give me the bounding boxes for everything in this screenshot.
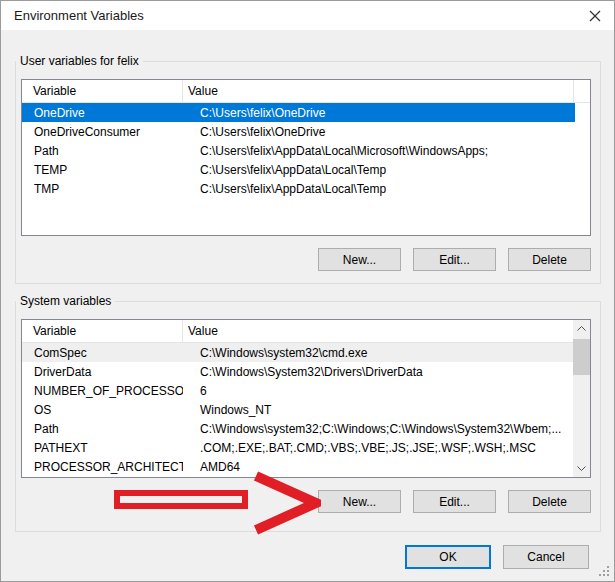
- value-cell: C:\Windows\system32\cmd.exe: [183, 346, 575, 360]
- close-button[interactable]: [583, 6, 607, 25]
- table-row[interactable]: NUMBER_OF_PROCESSORS 6: [22, 381, 575, 400]
- value-cell: C:\Users\felix\AppData\Local\Microsoft\W…: [183, 144, 575, 158]
- value-cell: C:\Users\felix\OneDrive: [183, 125, 575, 139]
- chevron-up-icon: [577, 326, 586, 331]
- scroll-down-button[interactable]: [573, 460, 590, 477]
- system-delete-button[interactable]: Delete: [508, 490, 591, 513]
- value-cell: C:\Windows\system32;C:\Windows;C:\Window…: [183, 422, 575, 436]
- cancel-button[interactable]: Cancel: [503, 545, 589, 569]
- table-row[interactable]: PATHEXT .COM;.EXE;.BAT;.CMD;.VBS;.VBE;.J…: [22, 438, 575, 457]
- ok-button[interactable]: OK: [405, 545, 491, 569]
- table-row[interactable]: OS Windows_NT: [22, 400, 575, 419]
- variable-cell: OneDriveConsumer: [22, 125, 183, 139]
- user-variables-buttons: New... Edit... Delete: [318, 248, 591, 271]
- user-new-button[interactable]: New...: [318, 248, 401, 271]
- value-cell: C:\Users\felix\AppData\Local\Temp: [183, 182, 575, 196]
- value-cell: .COM;.EXE;.BAT;.CMD;.VBS;.VBE;.JS;.JSE;.…: [183, 441, 575, 455]
- chevron-down-icon: [577, 466, 586, 471]
- variable-cell: TMP: [22, 182, 183, 196]
- variable-cell: TEMP: [22, 163, 183, 177]
- variable-cell: Path: [22, 144, 183, 158]
- table-header: Variable Value: [22, 320, 590, 343]
- user-variables-label: User variables for felix: [16, 54, 143, 68]
- variable-cell: DriverData: [22, 365, 183, 379]
- variable-cell: OS: [22, 403, 183, 417]
- value-cell: 6: [183, 384, 575, 398]
- table-row[interactable]: Path C:\Users\felix\AppData\Local\Micros…: [22, 141, 575, 160]
- column-header-value[interactable]: Value: [183, 80, 574, 102]
- system-variables-table: Variable Value ComSpec C:\Windows\system…: [21, 319, 591, 478]
- user-variables-table: Variable Value OneDrive C:\Users\felix\O…: [21, 79, 591, 236]
- close-icon: [589, 10, 601, 22]
- variable-cell: PROCESSOR_ARCHITECTURE: [22, 460, 183, 474]
- table-row[interactable]: TEMP C:\Users\felix\AppData\Local\Temp: [22, 160, 575, 179]
- environment-variables-dialog: Environment Variables User variables for…: [0, 0, 615, 582]
- column-header-variable[interactable]: Variable: [22, 80, 183, 102]
- column-header-value[interactable]: Value: [183, 320, 574, 342]
- system-variables-buttons: New... Edit... Delete: [318, 490, 591, 513]
- system-variables-label: System variables: [16, 294, 115, 308]
- vertical-scrollbar[interactable]: [573, 320, 590, 477]
- user-edit-button[interactable]: Edit...: [413, 248, 496, 271]
- value-cell: AMD64: [183, 460, 575, 474]
- table-row[interactable]: TMP C:\Users\felix\AppData\Local\Temp: [22, 179, 575, 198]
- variable-cell: OneDrive: [22, 106, 183, 120]
- resize-grip-icon[interactable]: [607, 574, 609, 576]
- value-cell: Windows_NT: [183, 403, 575, 417]
- variable-cell: Path: [22, 422, 183, 436]
- value-cell: C:\Windows\System32\Drivers\DriverData: [183, 365, 575, 379]
- scroll-up-button[interactable]: [573, 320, 590, 337]
- variable-cell: NUMBER_OF_PROCESSORS: [22, 384, 183, 398]
- table-row[interactable]: OneDriveConsumer C:\Users\felix\OneDrive: [22, 122, 575, 141]
- variable-cell: PATHEXT: [22, 441, 183, 455]
- table-row[interactable]: OneDrive C:\Users\felix\OneDrive: [22, 103, 575, 122]
- window-title: Environment Variables: [14, 8, 144, 23]
- table-row[interactable]: Path C:\Windows\system32;C:\Windows;C:\W…: [22, 419, 575, 438]
- title-bar: Environment Variables: [1, 1, 614, 30]
- value-cell: C:\Users\felix\AppData\Local\Temp: [183, 163, 575, 177]
- system-new-button[interactable]: New...: [318, 490, 401, 513]
- table-row[interactable]: ComSpec C:\Windows\system32\cmd.exe: [22, 343, 575, 362]
- value-cell: C:\Users\felix\OneDrive: [183, 106, 575, 120]
- column-header-variable[interactable]: Variable: [22, 320, 183, 342]
- system-edit-button[interactable]: Edit...: [413, 490, 496, 513]
- table-row[interactable]: DriverData C:\Windows\System32\Drivers\D…: [22, 362, 575, 381]
- variable-cell: ComSpec: [22, 346, 183, 360]
- user-delete-button[interactable]: Delete: [508, 248, 591, 271]
- scrollbar-thumb[interactable]: [573, 339, 590, 375]
- table-row[interactable]: PROCESSOR_ARCHITECTURE AMD64: [22, 457, 575, 476]
- table-header: Variable Value: [22, 80, 590, 103]
